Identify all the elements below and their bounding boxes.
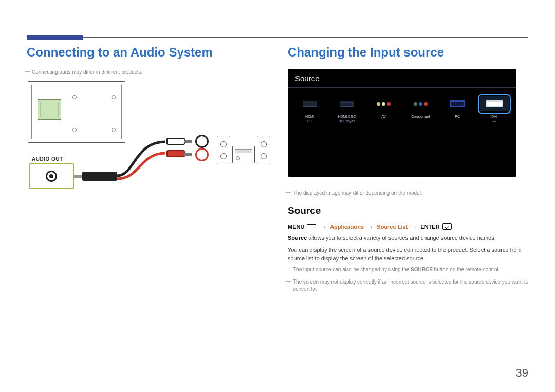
tv-rear-icon bbox=[28, 81, 125, 143]
audio-out-port bbox=[29, 163, 74, 189]
heading-input: Changing the Input source bbox=[288, 45, 528, 60]
source-item-label: Component bbox=[405, 115, 435, 119]
body-source-desc: Source allows you to select a variety of… bbox=[288, 234, 528, 242]
source-item-label: HDMI-CEC bbox=[332, 115, 362, 119]
speaker-left-icon bbox=[217, 136, 230, 164]
source-item-pc[interactable]: PC bbox=[442, 96, 472, 123]
page-number: 39 bbox=[516, 366, 528, 380]
amplifier-icon bbox=[232, 146, 255, 163]
enter-icon bbox=[442, 223, 452, 230]
menu-label: MENU bbox=[288, 223, 304, 230]
source-item-dvi[interactable]: DVI — bbox=[479, 96, 509, 123]
speaker-right-icon bbox=[257, 136, 270, 164]
foot-text: button on the remote control. bbox=[433, 267, 500, 272]
enter-label: ENTER bbox=[420, 223, 439, 230]
source-item-sub: PC bbox=[295, 119, 325, 123]
source-item-label: HDMI bbox=[295, 115, 325, 119]
hdmi-port-icon bbox=[303, 101, 317, 107]
audio-plug-icon bbox=[82, 172, 117, 181]
nav-source-list: Source List bbox=[377, 223, 408, 230]
heading-audio: Connecting to an Audio System bbox=[27, 45, 267, 60]
source-item-hdmi[interactable]: HDMI PC bbox=[295, 96, 325, 123]
source-panel-title: Source bbox=[295, 74, 509, 83]
component-port-icon bbox=[414, 102, 428, 106]
heading-source: Source bbox=[288, 205, 528, 216]
source-item-label: AV bbox=[369, 115, 399, 119]
receiver-jack-white-icon bbox=[195, 135, 209, 148]
source-item-hdmi-cec[interactable]: HDMI-CEC BD Player bbox=[332, 96, 362, 123]
arrow-icon: → bbox=[409, 223, 419, 230]
source-item-component[interactable]: Component bbox=[405, 96, 435, 123]
menu-icon bbox=[307, 224, 316, 229]
menu-path: MENU → Applications → Source List → ENTE… bbox=[288, 223, 528, 230]
source-item-av[interactable]: AV bbox=[369, 96, 399, 123]
rca-red-icon bbox=[166, 150, 185, 157]
body-bold: Source bbox=[288, 235, 307, 241]
av-port-icon bbox=[377, 102, 391, 106]
arrow-icon: → bbox=[319, 223, 329, 230]
manual-page: Connecting to an Audio System Connecting… bbox=[0, 0, 555, 392]
nav-applications: Applications bbox=[330, 223, 364, 230]
source-osd-panel: Source HDMI PC HDMI-CEC BD Player bbox=[288, 69, 516, 177]
rca-white-icon bbox=[166, 138, 185, 145]
audio-out-label: AUDIO OUT bbox=[32, 156, 63, 162]
source-item-label: DVI bbox=[479, 115, 509, 119]
body-source-usage: You can display the screen of a source d… bbox=[288, 246, 528, 263]
source-item-sub: — bbox=[479, 119, 509, 123]
right-column: Changing the Input source Source HDMI PC… bbox=[288, 45, 528, 298]
foot-text: The input source can also be changed by … bbox=[293, 267, 411, 272]
divider-rule bbox=[288, 184, 421, 184]
foot-warning: The screen may not display correctly if … bbox=[288, 278, 528, 293]
arrow-icon: → bbox=[365, 223, 375, 230]
body-text: allows you to select a variety of source… bbox=[307, 235, 495, 241]
note-panel: The displayed image may differ depending… bbox=[288, 190, 528, 197]
receiver-jack-red-icon bbox=[195, 148, 209, 161]
header-rule bbox=[27, 37, 528, 38]
foot-remote: The input source can also be changed by … bbox=[288, 266, 528, 273]
note-audio: Connecting parts may differ in different… bbox=[27, 69, 267, 76]
source-item-label: PC bbox=[442, 115, 472, 119]
vga-port-icon bbox=[450, 100, 465, 107]
foot-bold: SOURCE bbox=[411, 267, 433, 272]
left-column: Connecting to an Audio System Connecting… bbox=[27, 45, 267, 298]
audio-connection-diagram: AUDIO OUT bbox=[27, 81, 268, 199]
dvi-port-icon bbox=[486, 100, 503, 107]
source-item-sub: BD Player bbox=[332, 119, 362, 123]
hdmi-cec-port-icon bbox=[340, 101, 354, 107]
